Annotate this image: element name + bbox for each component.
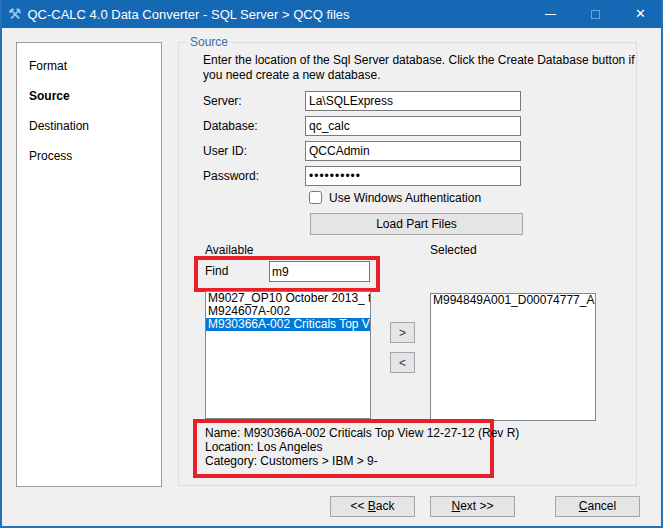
password-input[interactable] [305, 166, 521, 186]
detail-category: Category: Customers > IBM > 9- [205, 454, 519, 468]
available-listbox[interactable]: M9027_OP10 October 2013_ test M924607A-0… [205, 291, 371, 419]
windows-auth-label: Use Windows Authentication [329, 191, 481, 205]
selected-label: Selected [430, 243, 477, 257]
find-input[interactable] [269, 261, 370, 282]
minimize-button[interactable] [528, 0, 573, 28]
part-details: Name: M930366A-002 Criticals Top View 12… [205, 426, 519, 468]
minimize-icon [545, 14, 556, 15]
database-label: Database: [203, 119, 303, 133]
database-input[interactable] [305, 116, 521, 136]
move-left-button[interactable]: < [390, 352, 415, 373]
userid-label: User ID: [203, 144, 303, 158]
maximize-button [573, 0, 618, 28]
caption-buttons: ✕ [528, 0, 663, 28]
instructions-text: Enter the location of the Sql Server dat… [203, 53, 643, 83]
available-label: Available [205, 243, 253, 257]
windows-auth-checkbox[interactable] [309, 191, 322, 204]
move-right-button[interactable]: > [390, 322, 415, 343]
sidebar-item-destination[interactable]: Destination [17, 111, 161, 141]
close-button[interactable]: ✕ [618, 0, 663, 28]
selected-listbox[interactable]: M994849A001_D00074777_A [430, 293, 596, 421]
maximize-icon [591, 10, 600, 19]
source-groupbox: Source Enter the location of the Sql Ser… [178, 42, 637, 486]
password-label: Password: [203, 169, 303, 183]
detail-location: Location: Los Angeles [205, 440, 519, 454]
load-part-files-button[interactable]: Load Part Files [310, 213, 523, 235]
userid-input[interactable] [305, 141, 521, 161]
server-input[interactable] [305, 91, 521, 111]
detail-name: Name: M930366A-002 Criticals Top View 12… [205, 426, 519, 440]
list-item[interactable]: M994849A001_D00074777_A [431, 294, 595, 307]
sidebar-item-format[interactable]: Format [17, 51, 161, 81]
close-icon: ✕ [635, 0, 646, 28]
app-tools-icon: ⚒ [8, 0, 21, 28]
window-title: QC-CALC 4.0 Data Converter - SQL Server … [27, 7, 349, 22]
wizard-steps-sidebar: Format Source Destination Process [16, 42, 162, 487]
server-label: Server: [203, 94, 303, 108]
sidebar-item-process[interactable]: Process [17, 141, 161, 171]
sidebar-item-source[interactable]: Source [17, 81, 161, 111]
dialog-window: ⚒ QC-CALC 4.0 Data Converter - SQL Serve… [0, 0, 663, 528]
cancel-button[interactable]: Cancel [555, 496, 640, 517]
list-item-selected[interactable]: M930366A-002 Criticals Top View [206, 318, 370, 331]
titlebar: ⚒ QC-CALC 4.0 Data Converter - SQL Serve… [0, 0, 663, 28]
next-button[interactable]: Next >> [430, 496, 515, 517]
groupbox-label: Source [187, 35, 231, 49]
find-label: Find [205, 264, 228, 278]
back-button[interactable]: << Back [330, 496, 415, 517]
